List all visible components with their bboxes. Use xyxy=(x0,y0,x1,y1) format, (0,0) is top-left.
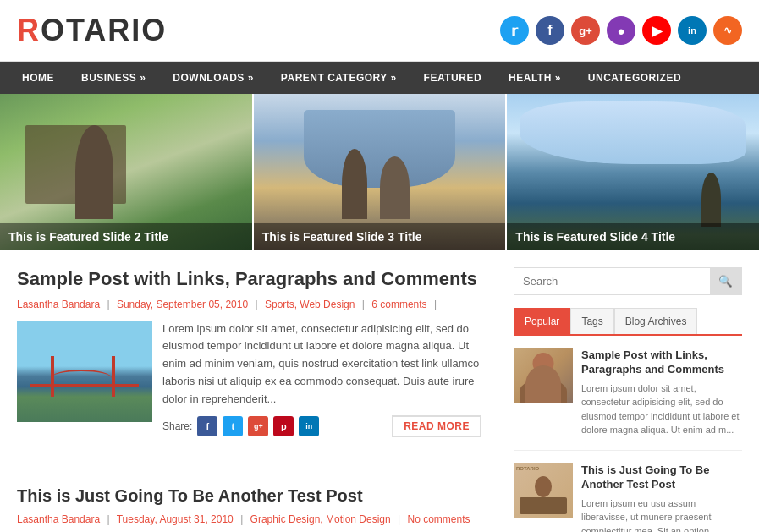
nav-business[interactable]: BUSINESS » xyxy=(68,62,159,94)
tab-popular[interactable]: Popular xyxy=(514,308,570,334)
share-twitter[interactable]: t xyxy=(223,416,243,436)
meta-sep-3: | xyxy=(362,299,365,310)
nav-featured[interactable]: FEATURED xyxy=(410,62,495,94)
post-1-body: Lorem ipsum dolor sit amet, consectetur … xyxy=(17,321,497,437)
meta-sep-1: | xyxy=(107,299,109,310)
slide-1[interactable]: This is Featured Slide 2 Title xyxy=(0,94,252,250)
sidebar-post-1-title[interactable]: Sample Post with Links, Paragraphs and C… xyxy=(581,348,742,377)
search-button[interactable]: 🔍 xyxy=(710,268,741,294)
nav-health[interactable]: HEALTH » xyxy=(495,62,575,94)
twitter-icon[interactable]: 𝕣 xyxy=(500,16,529,45)
post-1-share: Share: f t g+ p in READ MORE xyxy=(162,415,487,437)
site-logo[interactable]: ROTARIO xyxy=(17,13,167,48)
nav-parent-category[interactable]: PARENT CATEGORY » xyxy=(267,62,410,94)
nav-home[interactable]: HOME xyxy=(8,62,68,94)
search-box: 🔍 xyxy=(514,267,742,295)
post-2-categories[interactable]: Graphic Design, Motion Design xyxy=(250,513,391,525)
post-1-excerpt: Lorem ipsum dolor sit amet, consectetur … xyxy=(162,321,487,409)
sidebar-post-1-thumb xyxy=(514,348,573,403)
post-1-comments[interactable]: 6 comments xyxy=(371,299,426,310)
post-1-title[interactable]: Sample Post with Links, Paragraphs and C… xyxy=(17,267,497,292)
sidebar-post-2-title[interactable]: This is Just Going To Be Another Test Po… xyxy=(581,463,742,492)
sidebar-tabs: Popular Tags Blog Archives xyxy=(514,308,742,336)
main-nav: HOME BUSINESS » DOWNLOADS » PARENT CATEG… xyxy=(0,62,759,94)
sidebar-post-2-thumb: ROTARIO xyxy=(514,463,573,518)
post-1-meta: Lasantha Bandara | Sunday, September 05,… xyxy=(17,299,497,310)
search-input[interactable] xyxy=(514,268,710,294)
sidebar-post-2: ROTARIO This is Just Going To Be Another… xyxy=(514,463,742,532)
gplus-icon[interactable]: g+ xyxy=(571,16,600,45)
social-icons-bar: 𝕣 f g+ ● ▶ in ∿ xyxy=(500,16,742,45)
facebook-icon[interactable]: f xyxy=(536,16,564,45)
share-facebook[interactable]: f xyxy=(197,416,217,436)
featured-slider: This is Featured Slide 2 Title This is F… xyxy=(0,94,759,250)
tab-archives[interactable]: Blog Archives xyxy=(614,308,698,334)
post-2-meta: Lasantha Bandara | Tuesday, August 31, 2… xyxy=(17,513,497,525)
sidebar-post-2-content: This is Just Going To Be Another Test Po… xyxy=(581,463,742,532)
sidebar-post-2-excerpt: Lorem ipsum eu usu assum liberavisse, ut… xyxy=(581,496,742,532)
post-1-categories[interactable]: Sports, Web Design xyxy=(265,299,355,310)
share-pinterest[interactable]: p xyxy=(273,416,294,436)
post-2-author[interactable]: Lasantha Bandara xyxy=(17,513,100,525)
slide-2-title: This is Featured Slide 3 Title xyxy=(254,223,506,250)
rss-icon[interactable]: ∿ xyxy=(713,16,742,45)
read-more-button[interactable]: READ MORE xyxy=(392,415,481,437)
meta-sep-2: | xyxy=(255,299,257,310)
post-2-comments[interactable]: No comments xyxy=(408,513,470,525)
post-1-date: Sunday, September 05, 2010 xyxy=(117,299,248,310)
post-1: Sample Post with Links, Paragraphs and C… xyxy=(17,267,497,463)
main-content: Sample Post with Links, Paragraphs and C… xyxy=(17,267,497,532)
instagram-icon[interactable]: ● xyxy=(607,16,635,45)
nav-downloads[interactable]: DOWNLOADS » xyxy=(159,62,267,94)
sidebar-post-1: Sample Post with Links, Paragraphs and C… xyxy=(514,348,742,451)
sidebar: 🔍 Popular Tags Blog Archives xyxy=(514,267,742,532)
post-2-title[interactable]: This is Just Going To Be Another Test Po… xyxy=(17,485,497,507)
share-linkedin[interactable]: in xyxy=(299,416,319,436)
tab-tags[interactable]: Tags xyxy=(570,308,613,334)
slide-2[interactable]: This is Featured Slide 3 Title xyxy=(254,94,506,250)
post-1-thumbnail xyxy=(17,321,152,422)
sidebar-post-1-content: Sample Post with Links, Paragraphs and C… xyxy=(581,348,742,437)
nav-uncategorized[interactable]: UNCATEGORIZED xyxy=(575,62,695,94)
popular-posts: Sample Post with Links, Paragraphs and C… xyxy=(514,348,742,532)
meta-sep-4: | xyxy=(434,299,437,310)
share-gplus[interactable]: g+ xyxy=(248,416,268,436)
slide-1-title: This is Featured Slide 2 Title xyxy=(0,223,252,250)
youtube-icon[interactable]: ▶ xyxy=(642,16,671,45)
linkedin-icon[interactable]: in xyxy=(678,16,707,45)
slide-3[interactable]: This is Featured Slide 4 Title xyxy=(507,94,759,250)
logo-r: R xyxy=(17,13,41,47)
post-2-date: Tuesday, August 31, 2010 xyxy=(117,513,234,525)
slide-3-title: This is Featured Slide 4 Title xyxy=(507,223,759,250)
share-label: Share: xyxy=(162,420,192,432)
post-2: This is Just Going To Be Another Test Po… xyxy=(17,485,497,532)
logo-rest: OTARIO xyxy=(41,13,167,47)
post-1-author[interactable]: Lasantha Bandara xyxy=(17,299,100,310)
sidebar-post-1-excerpt: Lorem ipsum dolor sit amet, consectetur … xyxy=(581,381,742,437)
